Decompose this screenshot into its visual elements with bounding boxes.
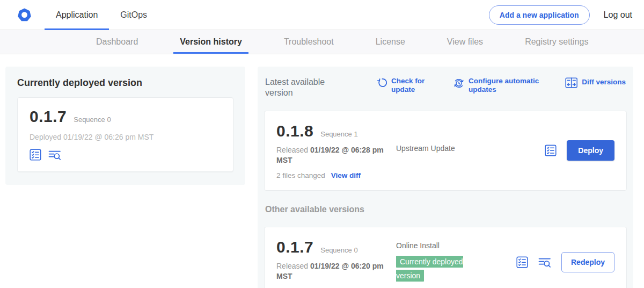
upstream-update-label: Upstream Update	[396, 144, 455, 153]
app-subnav: Dashboard Version history Troubleshoot L…	[0, 30, 644, 54]
subnav-tab-version-history-label: Version history	[180, 37, 242, 47]
tab-gitops[interactable]: GitOps	[109, 0, 158, 30]
released-timestamp: Released 01/19/22 @ 06:20 pm MST	[276, 261, 386, 282]
version-row: 0.1.7 Sequence 0	[276, 238, 386, 256]
sequence-label: Sequence 1	[320, 130, 357, 138]
online-install-label: Online Install	[396, 241, 440, 250]
deployed-timestamp: Deployed 01/19/22 @ 06:26 pm MST	[30, 133, 221, 141]
auto-update-icon	[453, 77, 465, 89]
version-source: Online Install Currently deployed versio…	[396, 238, 487, 287]
files-changed-row: 2 files changed View diff	[276, 171, 386, 179]
released-timestamp: Released 01/19/22 @ 06:28 pm MST	[276, 145, 386, 165]
topnav-right-group: Add a new application Log out	[489, 5, 644, 25]
latest-available-title: Latest available version	[265, 77, 346, 98]
subnav-tab-view-files[interactable]: View files	[441, 30, 489, 54]
refresh-icon	[377, 77, 387, 88]
configure-automatic-updates-action[interactable]: Configure automatic updates	[453, 77, 544, 94]
currently-deployed-card: 0.1.7 Sequence 0 Deployed 01/19/22 @ 06:…	[17, 97, 233, 172]
deploy-logs-icon[interactable]	[48, 149, 61, 161]
view-diff-link[interactable]: View diff	[331, 171, 361, 179]
current-sequence-label: Sequence 0	[74, 116, 111, 124]
subnav-tab-registry-settings-label: Registry settings	[525, 37, 588, 47]
other-available-versions-title: Other available versions	[265, 205, 626, 214]
current-version-actions	[30, 149, 221, 161]
logout-link[interactable]: Log out	[604, 10, 632, 20]
diff-versions-label: Diff versions	[582, 78, 626, 87]
subnav-tab-troubleshoot-label: Troubleshoot	[284, 37, 334, 47]
configure-automatic-updates-label: Configure automatic updates	[469, 77, 544, 94]
tab-application[interactable]: Application	[45, 0, 109, 30]
subnav-tab-dashboard[interactable]: Dashboard	[90, 30, 144, 54]
badge-container: Currently deployed version	[396, 255, 479, 283]
version-source: Upstream Update	[396, 122, 487, 179]
deploy-button[interactable]: Deploy	[567, 140, 614, 161]
deploy-logs-icon[interactable]	[538, 257, 551, 268]
subnav-tab-troubleshoot[interactable]: Troubleshoot	[277, 30, 340, 54]
currently-deployed-badge: Currently deployed version	[396, 256, 463, 282]
tab-gitops-label: GitOps	[120, 10, 147, 20]
subnav-tab-license-label: License	[376, 37, 405, 47]
diff-versions-action[interactable]: Diff versions	[565, 77, 626, 88]
redeploy-button[interactable]: Redeploy	[561, 252, 614, 272]
preflight-checks-icon[interactable]	[516, 256, 528, 268]
released-label: Released	[276, 146, 308, 154]
files-changed-label: 2 files changed	[276, 171, 325, 179]
subnav-tab-version-history[interactable]: Version history	[173, 30, 248, 54]
current-version-number: 0.1.7	[30, 107, 67, 126]
subnav-tab-license[interactable]: License	[369, 30, 412, 54]
diff-versions-icon	[565, 77, 578, 88]
currently-deployed-panel: Currently deployed version 0.1.7 Sequenc…	[5, 67, 245, 185]
version-card-info: 0.1.8 Sequence 1 Released 01/19/22 @ 06:…	[276, 122, 386, 179]
top-nav-tabs: Application GitOps	[45, 0, 158, 30]
check-for-update-action[interactable]: Check for update	[377, 77, 430, 94]
version-row: 0.1.8 Sequence 1	[276, 122, 386, 140]
subnav-tab-view-files-label: View files	[447, 37, 483, 47]
version-card-actions: Redeploy	[516, 252, 614, 272]
version-card-0-1-7: 0.1.7 Sequence 0 Released 01/19/22 @ 06:…	[264, 227, 627, 288]
version-number: 0.1.7	[276, 238, 313, 256]
tab-application-label: Application	[56, 10, 98, 20]
subnav-tab-dashboard-label: Dashboard	[96, 37, 138, 47]
sequence-label: Sequence 0	[320, 246, 357, 254]
add-new-application-button[interactable]: Add a new application	[489, 5, 590, 25]
preflight-checks-icon[interactable]	[30, 149, 41, 161]
version-card-info: 0.1.7 Sequence 0 Released 01/19/22 @ 06:…	[276, 238, 386, 287]
subnav-tab-registry-settings[interactable]: Registry settings	[518, 30, 595, 54]
released-label: Released	[276, 262, 308, 270]
version-card-0-1-8: 0.1.8 Sequence 1 Released 01/19/22 @ 06:…	[264, 111, 627, 191]
version-history-panel: Latest available version Check for updat…	[258, 67, 633, 288]
preflight-checks-icon[interactable]	[545, 145, 557, 156]
app-logo-icon	[17, 8, 32, 23]
check-for-update-label: Check for update	[391, 77, 430, 94]
main-content: Currently deployed version 0.1.7 Sequenc…	[0, 54, 644, 288]
latest-version-header: Latest available version Check for updat…	[264, 75, 627, 98]
top-navbar: Application GitOps Add a new application…	[0, 0, 644, 30]
version-card-actions: Deploy	[545, 140, 614, 161]
version-row: 0.1.7 Sequence 0	[30, 107, 221, 126]
version-number: 0.1.8	[276, 122, 313, 140]
currently-deployed-title: Currently deployed version	[17, 77, 233, 89]
